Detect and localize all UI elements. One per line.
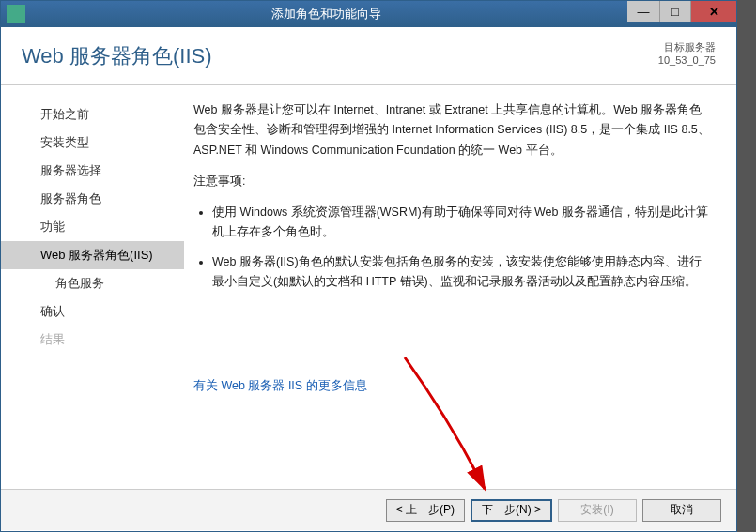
destination-label: 目标服务器 (658, 40, 716, 54)
sidebar-item-confirmation[interactable]: 确认 (1, 297, 184, 326)
footer: < 上一步(P) 下一步(N) > 安装(I) 取消 (1, 489, 736, 530)
sidebar-item-results: 结果 (1, 326, 184, 354)
app-icon (7, 5, 25, 23)
next-button[interactable]: 下一步(N) > (471, 499, 552, 522)
titlebar: 添加角色和功能向导 — □ ✕ (1, 1, 736, 27)
sidebar: 开始之前 安装类型 服务器选择 服务器角色 功能 Web 服务器角色(IIS) … (1, 85, 184, 489)
sidebar-item-server-roles[interactable]: 服务器角色 (1, 185, 184, 213)
more-info-link[interactable]: 有关 Web 服务器 IIS 的更多信息 (193, 376, 367, 396)
sidebar-item-install-type[interactable]: 安装类型 (1, 129, 184, 157)
page-title: Web 服务器角色(IIS) (22, 42, 212, 70)
minimize-button[interactable]: — (627, 1, 659, 22)
body: 开始之前 安装类型 服务器选择 服务器角色 功能 Web 服务器角色(IIS) … (1, 85, 736, 489)
previous-button[interactable]: < 上一步(P) (386, 499, 465, 522)
wizard-window: 添加角色和功能向导 — □ ✕ Web 服务器角色(IIS) 目标服务器 10_… (0, 0, 737, 532)
install-button: 安装(I) (558, 499, 637, 522)
sidebar-item-web-server-iis[interactable]: Web 服务器角色(IIS) (1, 241, 184, 269)
sidebar-item-role-services[interactable]: 角色服务 (1, 269, 184, 297)
cancel-button[interactable]: 取消 (642, 499, 721, 522)
list-item: 使用 Windows 系统资源管理器(WSRM)有助于确保等同对待 Web 服务… (212, 203, 712, 243)
sidebar-item-features[interactable]: 功能 (1, 213, 184, 241)
sidebar-item-server-selection[interactable]: 服务器选择 (1, 157, 184, 185)
window-controls: — □ ✕ (627, 1, 736, 27)
notes-list: 使用 Windows 系统资源管理器(WSRM)有助于确保等同对待 Web 服务… (193, 203, 712, 292)
maximize-button[interactable]: □ (659, 1, 691, 22)
sidebar-item-before-begin[interactable]: 开始之前 (1, 100, 184, 129)
window-title: 添加角色和功能向导 (25, 6, 627, 23)
destination-value: 10_53_0_75 (658, 54, 716, 66)
content-area: Web 服务器是让您可以在 Internet、Intranet 或 Extran… (184, 85, 736, 489)
destination-info: 目标服务器 10_53_0_75 (658, 40, 716, 66)
header: Web 服务器角色(IIS) 目标服务器 10_53_0_75 (1, 27, 736, 85)
intro-text: Web 服务器是让您可以在 Internet、Intranet 或 Extran… (193, 100, 712, 160)
notes-heading: 注意事项: (193, 172, 712, 191)
background-strip (737, 0, 756, 532)
list-item: Web 服务器(IIS)角色的默认安装包括角色服务的安装，该安装使您能够使用静态… (212, 252, 712, 293)
close-button[interactable]: ✕ (691, 1, 736, 22)
